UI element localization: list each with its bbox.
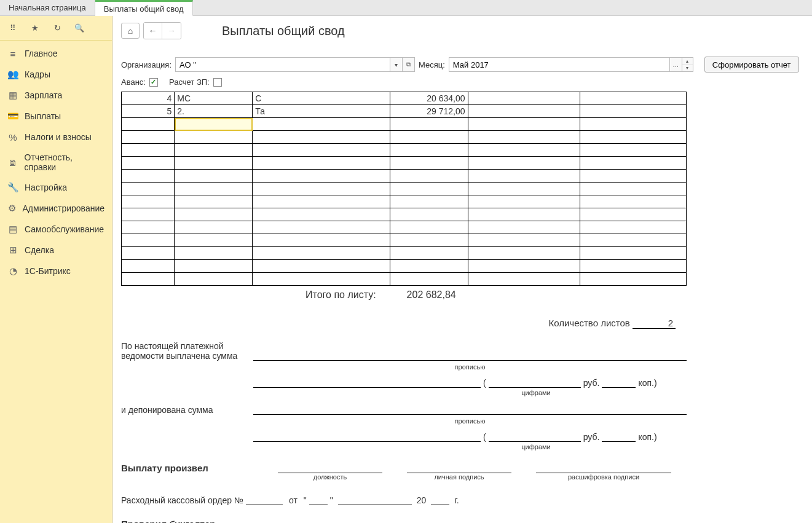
cell-code[interactable] bbox=[175, 247, 253, 260]
tab-payments-summary[interactable]: Выплаты общий свод bbox=[95, 0, 193, 16]
sidebar-item-3[interactable]: 💳Выплаты bbox=[0, 106, 112, 127]
cell-num[interactable] bbox=[122, 157, 175, 170]
org-dropdown-button[interactable]: ▾ bbox=[390, 57, 403, 72]
cell-name[interactable] bbox=[253, 118, 390, 131]
cell-sig1[interactable] bbox=[468, 92, 580, 105]
cell-name[interactable] bbox=[253, 234, 390, 247]
cell-num[interactable] bbox=[122, 247, 175, 260]
home-button[interactable]: ⌂ bbox=[121, 23, 140, 39]
cell-num[interactable] bbox=[122, 118, 175, 131]
cell-sig2[interactable] bbox=[580, 273, 687, 286]
table-row[interactable] bbox=[122, 157, 687, 170]
cell-sig1[interactable] bbox=[468, 170, 580, 183]
sidebar-item-9[interactable]: ⊞Сделка bbox=[0, 240, 112, 261]
org-open-button[interactable]: ⧉ bbox=[403, 57, 415, 72]
table-row[interactable] bbox=[122, 247, 687, 260]
star-icon[interactable]: ★ bbox=[30, 23, 41, 34]
cell-name[interactable] bbox=[253, 221, 390, 234]
table-row[interactable] bbox=[122, 183, 687, 195]
cell-sig1[interactable] bbox=[468, 131, 580, 144]
cell-num[interactable] bbox=[122, 131, 175, 144]
cell-amount[interactable] bbox=[390, 157, 468, 170]
cell-num[interactable] bbox=[122, 234, 175, 247]
cell-sig1[interactable] bbox=[468, 247, 580, 260]
table-row[interactable] bbox=[122, 170, 687, 183]
sidebar-item-8[interactable]: ▤Самообслуживание bbox=[0, 219, 112, 240]
cell-num[interactable] bbox=[122, 221, 175, 234]
cell-name[interactable] bbox=[253, 195, 390, 208]
cell-code[interactable] bbox=[175, 183, 253, 195]
sidebar-item-2[interactable]: ▦Зарплата bbox=[0, 85, 112, 106]
table-row[interactable] bbox=[122, 273, 687, 286]
cell-code[interactable] bbox=[175, 234, 253, 247]
table-row[interactable] bbox=[122, 131, 687, 144]
cell-code[interactable]: МС bbox=[175, 92, 253, 105]
cell-code[interactable] bbox=[175, 195, 253, 208]
cell-code[interactable] bbox=[175, 208, 253, 221]
cell-sig1[interactable] bbox=[468, 234, 580, 247]
cell-amount[interactable]: 20 634,00 bbox=[390, 92, 468, 105]
sidebar-item-10[interactable]: ◔1С-Битрикс bbox=[0, 261, 112, 281]
cell-amount[interactable] bbox=[390, 183, 468, 195]
cell-sig2[interactable] bbox=[580, 183, 687, 195]
cell-sig1[interactable] bbox=[468, 105, 580, 118]
cell-sig2[interactable] bbox=[580, 234, 687, 247]
cell-amount[interactable] bbox=[390, 118, 468, 131]
sidebar-item-5[interactable]: 🗎Отчетность, справки bbox=[0, 147, 112, 177]
generate-report-button[interactable]: Сформировать отчет bbox=[704, 57, 799, 73]
avans-checkbox[interactable]: ✓ bbox=[149, 78, 158, 87]
cell-sig1[interactable] bbox=[468, 183, 580, 195]
cell-amount[interactable] bbox=[390, 234, 468, 247]
table-row[interactable] bbox=[122, 195, 687, 208]
cell-code[interactable] bbox=[175, 221, 253, 234]
cell-amount[interactable]: 29 712,00 bbox=[390, 105, 468, 118]
cell-code[interactable] bbox=[175, 118, 253, 131]
cell-sig2[interactable] bbox=[580, 131, 687, 144]
cell-amount[interactable] bbox=[390, 273, 468, 286]
cell-amount[interactable] bbox=[390, 221, 468, 234]
cell-sig2[interactable] bbox=[580, 144, 687, 157]
back-button[interactable]: ← bbox=[144, 23, 162, 39]
raschet-checkbox[interactable] bbox=[213, 78, 222, 87]
search-icon[interactable]: 🔍 bbox=[74, 23, 85, 34]
cell-sig2[interactable] bbox=[580, 195, 687, 208]
cell-sig1[interactable] bbox=[468, 118, 580, 131]
apps-icon[interactable]: ⠿ bbox=[7, 23, 18, 34]
month-up-button[interactable]: ▴ bbox=[682, 58, 693, 65]
cell-code[interactable]: 2. bbox=[175, 105, 253, 118]
cell-code[interactable] bbox=[175, 144, 253, 157]
month-select-button[interactable]: … bbox=[670, 57, 682, 72]
cell-num[interactable] bbox=[122, 273, 175, 286]
cell-amount[interactable] bbox=[390, 247, 468, 260]
cell-sig2[interactable] bbox=[580, 170, 687, 183]
cell-sig2[interactable] bbox=[580, 208, 687, 221]
cell-sig1[interactable] bbox=[468, 144, 580, 157]
cell-sig1[interactable] bbox=[468, 208, 580, 221]
month-down-button[interactable]: ▾ bbox=[682, 65, 693, 72]
cell-name[interactable] bbox=[253, 131, 390, 144]
cell-amount[interactable] bbox=[390, 131, 468, 144]
cell-num[interactable] bbox=[122, 144, 175, 157]
table-row[interactable] bbox=[122, 208, 687, 221]
cell-sig2[interactable] bbox=[580, 92, 687, 105]
cell-code[interactable] bbox=[175, 170, 253, 183]
cell-sig2[interactable] bbox=[580, 157, 687, 170]
cell-amount[interactable] bbox=[390, 208, 468, 221]
cell-sig2[interactable] bbox=[580, 260, 687, 273]
table-row[interactable] bbox=[122, 260, 687, 273]
cell-sig2[interactable] bbox=[580, 118, 687, 131]
cell-amount[interactable] bbox=[390, 195, 468, 208]
cell-num[interactable] bbox=[122, 195, 175, 208]
sidebar-item-4[interactable]: %Налоги и взносы bbox=[0, 127, 112, 147]
sidebar-item-7[interactable]: ⚙Администрирование bbox=[0, 198, 112, 219]
cell-name[interactable] bbox=[253, 273, 390, 286]
cell-sig1[interactable] bbox=[468, 195, 580, 208]
table-row[interactable]: 52.Та29 712,00 bbox=[122, 105, 687, 118]
cell-name[interactable]: С bbox=[253, 92, 390, 105]
cell-name[interactable] bbox=[253, 183, 390, 195]
cell-sig2[interactable] bbox=[580, 247, 687, 260]
cell-num[interactable]: 5 bbox=[122, 105, 175, 118]
sidebar-item-1[interactable]: 👥Кадры bbox=[0, 64, 112, 85]
forward-button[interactable]: → bbox=[162, 23, 181, 39]
cell-num[interactable] bbox=[122, 183, 175, 195]
